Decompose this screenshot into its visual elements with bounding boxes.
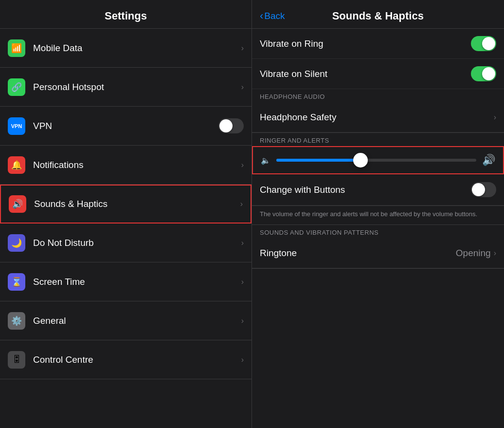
right-panel: ‹ Back Sounds & Haptics Vibrate on Ring … <box>252 0 504 428</box>
ringtone-item[interactable]: Ringtone Opening › <box>252 238 504 268</box>
change-with-buttons-label: Change with Buttons <box>260 185 471 195</box>
headphone-section: HEADPHONE AUDIO Headphone Safety › <box>252 89 504 133</box>
ringer-slider-thumb[interactable] <box>353 153 368 167</box>
right-content: Vibrate on Ring Vibrate on Silent HEADPH… <box>252 29 504 428</box>
ringer-section: RINGER AND ALERTS 🔈 🔊 Change with Button… <box>252 133 504 206</box>
notifications-label: Notifications <box>33 160 241 170</box>
sounds-section: SOUNDS AND VIBRATION PATTERNS Ringtone O… <box>252 225 504 269</box>
general-chevron: › <box>241 316 244 325</box>
back-chevron-icon: ‹ <box>260 10 263 22</box>
mobile-data-chevron: › <box>241 44 244 53</box>
control-centre-label: Control Centre <box>33 354 241 365</box>
settings-item-sounds-haptics[interactable]: 🔊 Sounds & Haptics › <box>0 185 252 223</box>
do-not-disturb-label: Do Not Disturb <box>33 238 241 248</box>
mobile-data-label: Mobile Data <box>33 43 241 54</box>
headphone-safety-item[interactable]: Headphone Safety › <box>252 102 504 132</box>
ringtone-chevron: › <box>494 249 496 258</box>
ringer-section-header: RINGER AND ALERTS <box>252 133 504 146</box>
settings-item-notifications[interactable]: 🔔 Notifications › <box>0 146 252 185</box>
vibrate-ring-toggle-thumb <box>482 37 495 50</box>
ringer-slider-fill <box>276 159 360 162</box>
settings-title: Settings <box>105 10 147 22</box>
mobile-data-icon: 📶 <box>8 39 25 57</box>
settings-item-vpn[interactable]: VPN VPN <box>0 107 252 146</box>
vibrate-ring-item: Vibrate on Ring <box>252 29 504 59</box>
headphone-safety-label: Headphone Safety <box>260 112 494 123</box>
change-with-buttons-toggle-thumb <box>472 183 485 196</box>
screen-time-label: Screen Time <box>33 277 241 287</box>
volume-high-icon: 🔊 <box>482 154 495 167</box>
vibrate-silent-label: Vibrate on Silent <box>260 69 471 79</box>
back-button[interactable]: ‹ Back <box>260 10 285 22</box>
general-label: General <box>33 316 241 326</box>
settings-item-control-centre[interactable]: 🎛 Control Centre › <box>0 340 252 379</box>
settings-list: 📶 Mobile Data › 🔗 Personal Hotspot › VPN… <box>0 29 252 428</box>
general-icon: ⚙️ <box>8 312 25 330</box>
left-header: Settings <box>0 0 252 29</box>
volume-low-icon: 🔈 <box>261 156 270 165</box>
change-with-buttons-item: Change with Buttons <box>252 174 504 205</box>
settings-item-general[interactable]: ⚙️ General › <box>0 301 252 340</box>
footer-note: The volume of the ringer and alerts will… <box>252 206 504 225</box>
control-centre-chevron: › <box>241 355 244 364</box>
settings-item-personal-hotspot[interactable]: 🔗 Personal Hotspot › <box>0 68 252 107</box>
back-label: Back <box>264 11 285 21</box>
ringtone-value: Opening <box>456 248 491 259</box>
personal-hotspot-label: Personal Hotspot <box>33 82 241 93</box>
sounds-haptics-icon: 🔊 <box>9 195 26 213</box>
vibrate-ring-label: Vibrate on Ring <box>260 38 471 49</box>
notifications-icon: 🔔 <box>8 156 25 174</box>
right-panel-title: Sounds & Haptics <box>332 10 424 22</box>
sounds-haptics-chevron: › <box>240 200 243 208</box>
ringtone-label: Ringtone <box>260 248 456 259</box>
control-centre-icon: 🎛 <box>8 351 25 369</box>
screen-time-icon: ⌛ <box>8 273 25 291</box>
right-header: ‹ Back Sounds & Haptics <box>252 0 504 29</box>
headphone-section-header: HEADPHONE AUDIO <box>252 89 504 102</box>
ringer-slider-track[interactable] <box>276 159 476 162</box>
sounds-haptics-label: Sounds & Haptics <box>34 199 240 209</box>
personal-hotspot-icon: 🔗 <box>8 78 25 96</box>
left-panel: Settings 📶 Mobile Data › 🔗 Personal Hots… <box>0 0 252 428</box>
ringer-slider-container: 🔈 🔊 <box>252 146 504 174</box>
headphone-safety-chevron: › <box>494 113 496 122</box>
settings-item-screen-time[interactable]: ⌛ Screen Time › <box>0 262 252 301</box>
vibrate-ring-toggle[interactable] <box>471 36 496 51</box>
do-not-disturb-icon: 🌙 <box>8 234 25 252</box>
settings-item-do-not-disturb[interactable]: 🌙 Do Not Disturb › <box>0 223 252 262</box>
notifications-chevron: › <box>241 161 244 169</box>
settings-item-mobile-data[interactable]: 📶 Mobile Data › <box>0 29 252 68</box>
sounds-section-header: SOUNDS AND VIBRATION PATTERNS <box>252 225 504 238</box>
screen-time-chevron: › <box>241 278 244 286</box>
change-with-buttons-toggle[interactable] <box>471 182 496 197</box>
vibrate-silent-toggle-thumb <box>482 67 495 80</box>
vpn-icon: VPN <box>8 117 25 135</box>
vibrate-silent-item: Vibrate on Silent <box>252 59 504 89</box>
vpn-label: VPN <box>33 121 218 131</box>
vibrate-silent-toggle[interactable] <box>471 66 496 81</box>
personal-hotspot-chevron: › <box>241 83 244 92</box>
do-not-disturb-chevron: › <box>241 239 244 247</box>
vpn-toggle[interactable] <box>218 118 244 133</box>
